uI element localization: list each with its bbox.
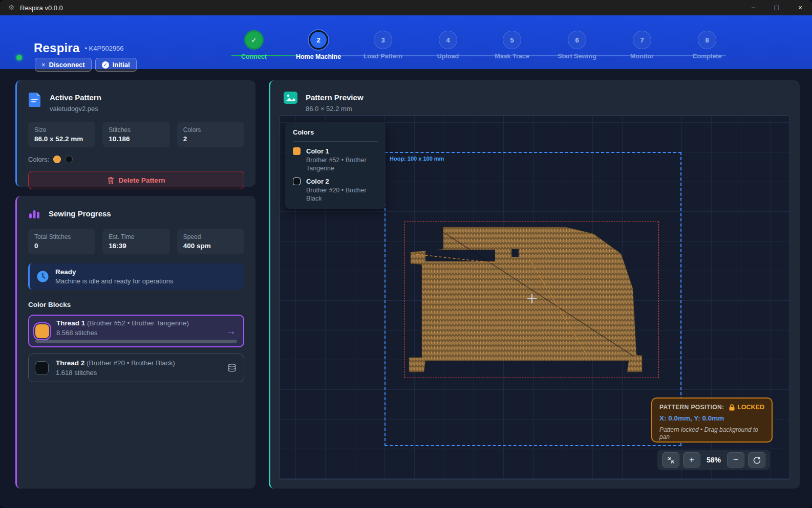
thread-1-detail: (Brother #52 • Brother Tangerine) (87, 319, 189, 327)
status-detail: Machine is idle and ready for operations (55, 277, 174, 285)
layers-icon (227, 363, 237, 372)
active-pattern-card: Active Pattern valetudogv2.pes Size 86.0… (15, 80, 255, 187)
step-monitor-label: Monitor (611, 53, 673, 60)
arrow-right-icon: → (226, 325, 236, 337)
thread-1-name-text: Thread 1 (56, 319, 85, 327)
thread-1-swatch (35, 324, 49, 338)
thread-2-name-text: Thread 2 (56, 359, 84, 367)
stat-time-label: Est. Time (109, 233, 163, 240)
step-home-machine[interactable]: 2 Home Machine (288, 30, 349, 60)
thread-2-detail: (Brother #20 • Brother Black) (87, 359, 175, 367)
minimize-button[interactable]: − (741, 0, 765, 15)
color-dot-orange (53, 156, 61, 163)
pattern-slot-cutout (425, 250, 495, 261)
stat-stitches-label: Stitches (109, 126, 163, 134)
step-sewing-label: Start Sewing (546, 53, 608, 60)
app-header: Respira • K4P502956 × Disconnect ✓ Initi… (0, 15, 812, 69)
pattern-silhouette (409, 227, 642, 372)
close-x-icon: × (41, 61, 46, 69)
stat-stitches-value: 10.186 (109, 135, 163, 143)
step-complete[interactable]: 8 Complete (676, 31, 738, 60)
step-monitor-circle: 7 (633, 31, 651, 49)
legend-item-color2: Color 2 Brother #20 • Brother Black (293, 178, 378, 203)
machine-serial: • K4P502956 (84, 45, 123, 52)
delete-pattern-button[interactable]: Delete Pattern (28, 171, 244, 189)
step-mask-trace[interactable]: 5 Mask Trace (481, 31, 543, 60)
locked-label: LOCKED (737, 404, 764, 411)
app-window: ⚙ Respira v0.0.0 − □ × Respira • K4P5029… (0, 0, 812, 508)
file-icon (28, 92, 41, 107)
lock-icon (729, 404, 735, 411)
step-connect-label: Connect (223, 53, 285, 60)
step-home-label: Home Machine (288, 53, 349, 60)
brand-title: Respira (34, 41, 79, 55)
zoom-out-button[interactable]: − (727, 452, 744, 468)
pattern-coords: X: 0.0mm, Y: 0.0mm (659, 414, 764, 422)
stat-size-label: Size (34, 126, 89, 134)
step-load-pattern[interactable]: 3 Load Pattern (352, 31, 414, 60)
pattern-preview-card: Pattern Preview 86.0 × 52.2 mm Hoop: 100… (269, 80, 800, 489)
app-icon: ⚙ (7, 4, 15, 12)
machine-status-box: Ready Machine is idle and ready for oper… (28, 263, 244, 290)
thread-2-block[interactable]: Thread 2 (Brother #20 • Brother Black) 1… (28, 354, 244, 382)
initial-button[interactable]: ✓ Initial (95, 58, 137, 72)
stat-colors-value: 2 (183, 135, 238, 143)
disconnect-button[interactable]: × Disconnect (35, 58, 92, 72)
thread-1-name: Thread 1 (Brother #52 • Brother Tangerin… (56, 319, 219, 327)
step-complete-circle: 8 (698, 31, 716, 49)
connection-status-dot (16, 55, 22, 60)
colors-legend: Colors Color 1 Brother #52 • Brother Tan… (285, 122, 386, 209)
maximize-button[interactable]: □ (765, 0, 788, 15)
disconnect-label: Disconnect (49, 61, 85, 69)
reset-view-button[interactable] (748, 452, 765, 468)
image-icon (284, 92, 297, 104)
pattern-notch-cutout (511, 249, 519, 257)
stat-speed-label: Speed (183, 233, 238, 240)
initial-label: Initial (113, 61, 130, 69)
color-dot-black (65, 156, 73, 163)
thread-1-stitches: 8.568 stitches (56, 329, 219, 337)
step-sewing-circle: 6 (568, 31, 586, 49)
zoom-in-button[interactable]: + (683, 452, 700, 468)
thread-1-block[interactable]: Thread 1 (Brother #52 • Brother Tangerin… (28, 315, 244, 347)
zoom-level: 58% (704, 456, 723, 464)
pattern-lock-hint: Pattern locked • Drag background to pan (659, 426, 764, 440)
step-upload[interactable]: 4 Upload (417, 31, 479, 60)
thread-2-swatch (35, 361, 49, 375)
zoom-toolbar: + 58% − (657, 450, 770, 470)
stat-size-value: 86.0 x 52.2 mm (34, 135, 89, 143)
pattern-position-label: PATTERN POSITION: (659, 404, 724, 411)
clock-icon (37, 271, 49, 282)
stat-time-value: 16:39 (109, 242, 163, 250)
step-start-sewing[interactable]: 6 Start Sewing (546, 31, 608, 60)
stat-stitches: Stitches 10.186 (102, 122, 169, 147)
fit-to-screen-button[interactable] (662, 452, 679, 468)
step-connect[interactable]: ✓ Connect (223, 30, 285, 60)
color-blocks-label: Color Blocks (28, 301, 244, 308)
legend-detail-1: Brother #52 • Brother Tangerine (306, 157, 378, 172)
stat-colors-label: Colors (183, 126, 238, 134)
stat-size: Size 86.0 x 52.2 mm (28, 122, 95, 147)
thread-1-progress-bar (35, 340, 237, 343)
bar-chart-icon (28, 207, 40, 219)
stat-colors: Colors 2 (177, 122, 244, 147)
legend-item-color1: Color 1 Brother #52 • Brother Tangerine (293, 147, 378, 172)
colors-label: Colors: (28, 156, 49, 163)
stat-total-label: Total Stitches (34, 233, 89, 240)
step-load-circle: 3 (374, 31, 392, 49)
status-title: Ready (55, 268, 174, 276)
sewing-progress-title: Sewing Progress (49, 209, 111, 218)
stat-total-value: 0 (34, 242, 89, 250)
stat-total-stitches: Total Stitches 0 (28, 229, 95, 254)
step-upload-label: Upload (417, 53, 479, 60)
step-monitor[interactable]: 7 Monitor (611, 31, 673, 60)
fit-to-screen-icon (667, 456, 675, 464)
title-bar[interactable]: ⚙ Respira v0.0.0 − □ × (0, 0, 812, 15)
preview-canvas[interactable]: Hoop: 100 x 100 mm (280, 115, 790, 480)
close-button[interactable]: × (788, 0, 812, 15)
sewing-progress-card: Sewing Progress Total Stitches 0 Est. Ti… (15, 196, 255, 489)
thread-2-stitches: 1.618 stitches (56, 369, 220, 377)
step-upload-circle: 4 (439, 31, 457, 49)
window-title: Respira v0.0.0 (20, 4, 63, 12)
legend-detail-2: Brother #20 • Brother Black (306, 187, 378, 203)
